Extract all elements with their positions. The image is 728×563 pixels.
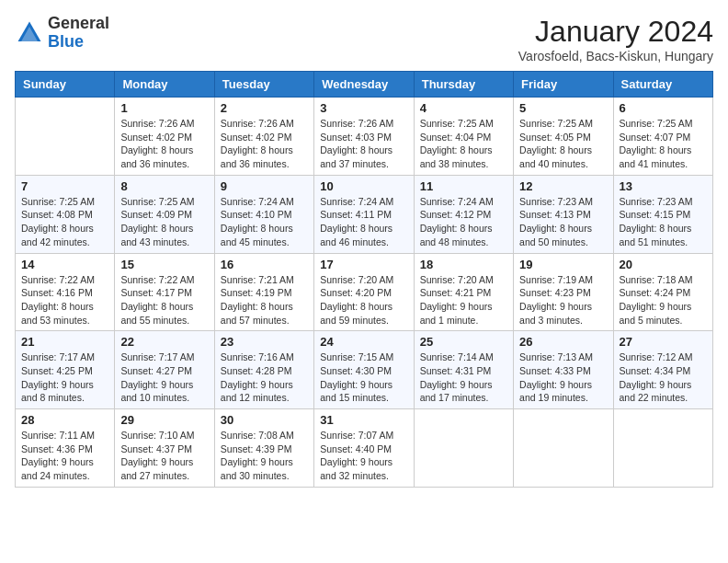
day-cell: 11Sunrise: 7:24 AMSunset: 4:12 PMDayligh… — [414, 175, 513, 253]
header-saturday: Saturday — [613, 72, 712, 98]
day-cell: 10Sunrise: 7:24 AMSunset: 4:11 PMDayligh… — [314, 175, 414, 253]
day-number: 31 — [320, 413, 407, 427]
day-info: Sunrise: 7:24 AMSunset: 4:10 PMDaylight:… — [221, 195, 308, 249]
calendar-table: SundayMondayTuesdayWednesdayThursdayFrid… — [15, 71, 713, 488]
day-number: 16 — [221, 258, 308, 271]
day-number: 3 — [320, 101, 407, 115]
day-number: 26 — [519, 335, 607, 349]
day-info: Sunrise: 7:07 AMSunset: 4:40 PMDaylight:… — [320, 429, 407, 483]
day-cell: 30Sunrise: 7:08 AMSunset: 4:39 PMDayligh… — [214, 409, 313, 488]
day-number: 30 — [221, 413, 308, 427]
day-info: Sunrise: 7:25 AMSunset: 4:05 PMDaylight:… — [519, 117, 607, 171]
logo-text: General Blue — [48, 15, 109, 52]
day-info: Sunrise: 7:25 AMSunset: 4:04 PMDaylight:… — [420, 117, 507, 171]
day-number: 23 — [221, 335, 308, 349]
day-cell — [16, 98, 115, 176]
day-cell: 17Sunrise: 7:20 AMSunset: 4:20 PMDayligh… — [314, 253, 414, 331]
day-number: 24 — [320, 335, 407, 349]
day-number: 2 — [221, 101, 308, 115]
day-cell: 8Sunrise: 7:25 AMSunset: 4:09 PMDaylight… — [115, 175, 214, 253]
day-cell: 1Sunrise: 7:26 AMSunset: 4:02 PMDaylight… — [115, 98, 214, 176]
day-info: Sunrise: 7:25 AMSunset: 4:08 PMDaylight:… — [21, 195, 108, 249]
day-info: Sunrise: 7:22 AMSunset: 4:17 PMDaylight:… — [120, 273, 208, 327]
day-cell: 5Sunrise: 7:25 AMSunset: 4:05 PMDaylight… — [514, 98, 613, 176]
calendar-subtitle: Varosfoeld, Bacs-Kiskun, Hungary — [518, 49, 713, 63]
title-block: January 2024 Varosfoeld, Bacs-Kiskun, Hu… — [518, 15, 713, 63]
day-info: Sunrise: 7:13 AMSunset: 4:33 PMDaylight:… — [519, 350, 607, 405]
day-cell: 4Sunrise: 7:25 AMSunset: 4:04 PMDaylight… — [414, 98, 513, 176]
day-number: 6 — [620, 101, 707, 115]
day-cell — [514, 409, 613, 488]
header-tuesday: Tuesday — [214, 72, 313, 98]
day-cell: 29Sunrise: 7:10 AMSunset: 4:37 PMDayligh… — [115, 409, 214, 488]
day-cell: 19Sunrise: 7:19 AMSunset: 4:23 PMDayligh… — [514, 253, 613, 331]
day-info: Sunrise: 7:17 AMSunset: 4:27 PMDaylight:… — [120, 350, 208, 405]
day-cell: 24Sunrise: 7:15 AMSunset: 4:30 PMDayligh… — [314, 331, 414, 409]
day-cell: 16Sunrise: 7:21 AMSunset: 4:19 PMDayligh… — [214, 253, 313, 331]
day-info: Sunrise: 7:19 AMSunset: 4:23 PMDaylight:… — [519, 273, 607, 327]
day-number: 7 — [21, 179, 108, 193]
header-monday: Monday — [115, 72, 214, 98]
day-cell: 12Sunrise: 7:23 AMSunset: 4:13 PMDayligh… — [514, 175, 613, 253]
day-number: 14 — [21, 258, 108, 271]
day-cell: 27Sunrise: 7:12 AMSunset: 4:34 PMDayligh… — [613, 331, 712, 409]
day-info: Sunrise: 7:26 AMSunset: 4:02 PMDaylight:… — [221, 117, 308, 171]
day-info: Sunrise: 7:11 AMSunset: 4:36 PMDaylight:… — [21, 429, 108, 483]
day-number: 1 — [120, 101, 208, 115]
day-cell: 20Sunrise: 7:18 AMSunset: 4:24 PMDayligh… — [613, 253, 712, 331]
day-info: Sunrise: 7:24 AMSunset: 4:11 PMDaylight:… — [320, 195, 407, 249]
day-cell: 26Sunrise: 7:13 AMSunset: 4:33 PMDayligh… — [514, 331, 613, 409]
header-wednesday: Wednesday — [314, 72, 414, 98]
day-cell: 7Sunrise: 7:25 AMSunset: 4:08 PMDaylight… — [16, 175, 115, 253]
day-number: 18 — [420, 258, 507, 271]
day-info: Sunrise: 7:26 AMSunset: 4:02 PMDaylight:… — [120, 117, 208, 171]
week-row-4: 21Sunrise: 7:17 AMSunset: 4:25 PMDayligh… — [16, 331, 713, 409]
day-cell — [414, 409, 513, 488]
day-cell: 3Sunrise: 7:26 AMSunset: 4:03 PMDaylight… — [314, 98, 414, 176]
day-info: Sunrise: 7:26 AMSunset: 4:03 PMDaylight:… — [320, 117, 407, 171]
header-sunday: Sunday — [16, 72, 115, 98]
day-cell: 28Sunrise: 7:11 AMSunset: 4:36 PMDayligh… — [16, 409, 115, 488]
day-cell: 22Sunrise: 7:17 AMSunset: 4:27 PMDayligh… — [115, 331, 214, 409]
day-info: Sunrise: 7:20 AMSunset: 4:21 PMDaylight:… — [420, 273, 507, 327]
day-info: Sunrise: 7:17 AMSunset: 4:25 PMDaylight:… — [21, 350, 108, 405]
day-number: 27 — [620, 335, 707, 349]
day-info: Sunrise: 7:08 AMSunset: 4:39 PMDaylight:… — [221, 429, 308, 483]
logo: General Blue — [15, 15, 109, 52]
week-row-3: 14Sunrise: 7:22 AMSunset: 4:16 PMDayligh… — [16, 253, 713, 331]
logo-blue: Blue — [48, 32, 84, 51]
day-cell: 6Sunrise: 7:25 AMSunset: 4:07 PMDaylight… — [613, 98, 712, 176]
day-number: 10 — [320, 179, 407, 193]
day-number: 25 — [420, 335, 507, 349]
header-row: SundayMondayTuesdayWednesdayThursdayFrid… — [16, 72, 713, 98]
day-info: Sunrise: 7:25 AMSunset: 4:07 PMDaylight:… — [620, 117, 707, 171]
week-row-1: 1Sunrise: 7:26 AMSunset: 4:02 PMDaylight… — [16, 98, 713, 176]
day-number: 20 — [620, 258, 707, 271]
day-number: 5 — [519, 101, 607, 115]
day-info: Sunrise: 7:23 AMSunset: 4:13 PMDaylight:… — [519, 195, 607, 249]
day-info: Sunrise: 7:21 AMSunset: 4:19 PMDaylight:… — [221, 273, 308, 327]
week-row-5: 28Sunrise: 7:11 AMSunset: 4:36 PMDayligh… — [16, 409, 713, 488]
day-cell: 9Sunrise: 7:24 AMSunset: 4:10 PMDaylight… — [214, 175, 313, 253]
day-cell: 14Sunrise: 7:22 AMSunset: 4:16 PMDayligh… — [16, 253, 115, 331]
calendar-title: January 2024 — [518, 15, 713, 49]
day-cell: 13Sunrise: 7:23 AMSunset: 4:15 PMDayligh… — [613, 175, 712, 253]
header-thursday: Thursday — [414, 72, 513, 98]
day-cell: 31Sunrise: 7:07 AMSunset: 4:40 PMDayligh… — [314, 409, 414, 488]
day-cell: 23Sunrise: 7:16 AMSunset: 4:28 PMDayligh… — [214, 331, 313, 409]
day-info: Sunrise: 7:12 AMSunset: 4:34 PMDaylight:… — [620, 350, 707, 405]
day-info: Sunrise: 7:24 AMSunset: 4:12 PMDaylight:… — [420, 195, 507, 249]
week-row-2: 7Sunrise: 7:25 AMSunset: 4:08 PMDaylight… — [16, 175, 713, 253]
day-info: Sunrise: 7:15 AMSunset: 4:30 PMDaylight:… — [320, 350, 407, 405]
day-info: Sunrise: 7:20 AMSunset: 4:20 PMDaylight:… — [320, 273, 407, 327]
day-cell: 2Sunrise: 7:26 AMSunset: 4:02 PMDaylight… — [214, 98, 313, 176]
day-number: 19 — [519, 258, 607, 271]
day-number: 12 — [519, 179, 607, 193]
day-number: 15 — [120, 258, 208, 271]
day-number: 13 — [620, 179, 707, 193]
page-header: General Blue January 2024 Varosfoeld, Ba… — [15, 15, 713, 63]
calendar-body: 1Sunrise: 7:26 AMSunset: 4:02 PMDaylight… — [16, 98, 713, 488]
day-cell: 21Sunrise: 7:17 AMSunset: 4:25 PMDayligh… — [16, 331, 115, 409]
calendar-header: SundayMondayTuesdayWednesdayThursdayFrid… — [16, 72, 713, 98]
day-number: 9 — [221, 179, 308, 193]
